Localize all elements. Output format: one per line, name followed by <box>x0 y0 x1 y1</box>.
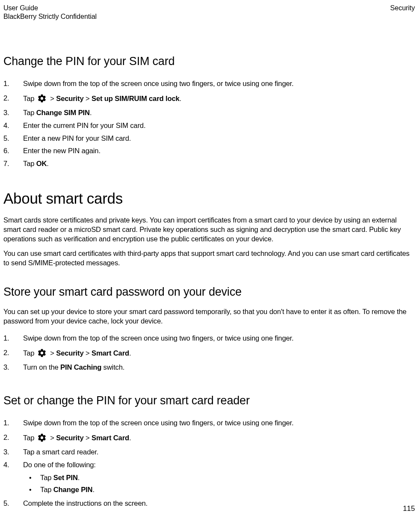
header-right: Security <box>390 3 415 21</box>
step-text: Enter the current PIN for your SIM card. <box>23 122 145 130</box>
step-text: Enter the new PIN again. <box>23 147 101 155</box>
step-text: Swipe down from the top of the screen on… <box>23 80 293 88</box>
gear-icon <box>37 348 47 358</box>
gear-icon <box>37 433 47 442</box>
step-text: Tap OK. <box>23 160 49 168</box>
step-text: Tap a smart card reader. <box>23 448 98 456</box>
step-text: Complete the instructions on the screen. <box>23 499 148 507</box>
step: 2. Tap > Security > Set up SIM/RUIM card… <box>3 92 415 104</box>
step-text: Tap > Security > Smart Card. <box>23 434 131 442</box>
step: 4.Enter the current PIN for your SIM car… <box>3 121 415 130</box>
step: 1.Swipe down from the top of the screen … <box>3 418 415 428</box>
page: User Guide BlackBerry Strictly Confident… <box>0 0 420 519</box>
header-doc-title: User Guide <box>3 3 97 12</box>
step: 1.Swipe down from the top of the screen … <box>3 79 415 89</box>
sub-option: Tap Set PIN. <box>29 473 415 483</box>
step: 3.Tap a smart card reader. <box>3 448 415 457</box>
heading-store-smart-card-password: Store your smart card password on your d… <box>3 285 415 299</box>
page-header: User Guide BlackBerry Strictly Confident… <box>3 3 415 21</box>
step-text: Tap Change SIM PIN. <box>23 109 92 117</box>
step: 1.Swipe down from the top of the screen … <box>3 334 415 343</box>
gear-icon <box>37 94 47 103</box>
step: 4.Do one of the following: Tap Set PIN. … <box>3 460 415 495</box>
step: 6.Enter the new PIN again. <box>3 146 415 156</box>
step: 5.Enter a new PIN for your SIM card. <box>3 134 415 143</box>
header-confidentiality: BlackBerry Strictly Confidential <box>3 12 97 21</box>
paragraph: Smart cards store certificates and priva… <box>3 216 415 244</box>
sub-options: Tap Set PIN. Tap Change PIN. <box>23 473 415 495</box>
page-number: 115 <box>403 504 415 513</box>
heading-about-smart-cards: About smart cards <box>3 190 415 207</box>
paragraph: You can set up your device to store your… <box>3 307 415 326</box>
step-text: Tap > Security > Smart Card. <box>23 349 131 357</box>
step-text: Do one of the following: <box>23 461 96 469</box>
header-section-name: Security <box>390 3 415 12</box>
step: 2. Tap > Security > Smart Card. <box>3 347 415 359</box>
sub-option: Tap Change PIN. <box>29 485 415 495</box>
step: 7. Tap OK. <box>3 159 415 169</box>
step-text: Enter a new PIN for your SIM card. <box>23 134 131 142</box>
heading-change-sim-pin: Change the PIN for your SIM card <box>3 54 415 68</box>
step: 2. Tap > Security > Smart Card. <box>3 431 415 443</box>
steps-store-password: 1.Swipe down from the top of the screen … <box>3 334 415 372</box>
step-text: Turn on the PIN Caching switch. <box>23 363 124 371</box>
step-text: Swipe down from the top of the screen on… <box>23 334 293 342</box>
step: 3. Turn on the PIN Caching switch. <box>3 363 415 372</box>
step: 3. Tap Change SIM PIN. <box>3 108 415 118</box>
steps-change-sim-pin: 1.Swipe down from the top of the screen … <box>3 79 415 169</box>
step-text: Tap > Security > Set up SIM/RUIM card lo… <box>23 95 181 103</box>
heading-set-change-reader-pin: Set or change the PIN for your smart car… <box>3 394 415 407</box>
step: 5.Complete the instructions on the scree… <box>3 499 415 508</box>
step-text: Swipe down from the top of the screen on… <box>23 419 293 427</box>
paragraph: You can use smart card certificates with… <box>3 249 415 268</box>
steps-reader-pin: 1.Swipe down from the top of the screen … <box>3 418 415 508</box>
header-left: User Guide BlackBerry Strictly Confident… <box>3 3 97 21</box>
